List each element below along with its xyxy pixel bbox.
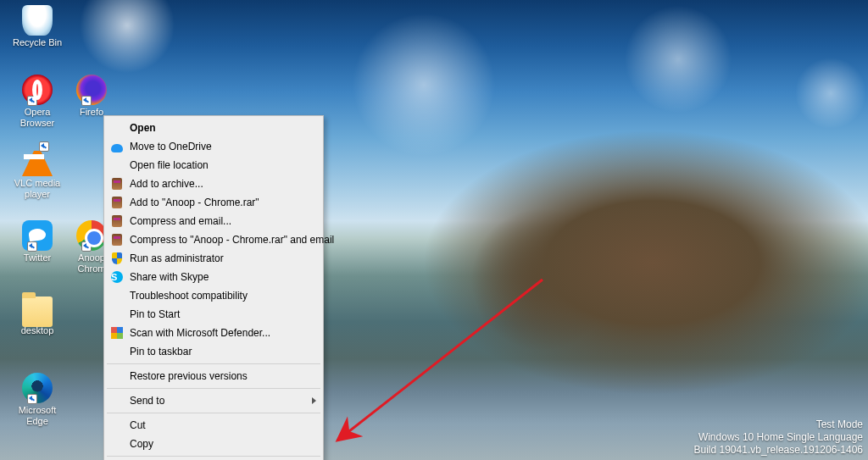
desktop-icon-desktop-folder[interactable]: desktop	[10, 293, 64, 336]
menu-item-open[interactable]: Open	[106, 119, 321, 137]
shortcut-overlay-icon	[27, 394, 37, 404]
vlc-icon	[22, 146, 53, 176]
menu-item-add-to-anoop-chrome-rar[interactable]: Add to "Anoop - Chrome.rar"	[106, 193, 321, 212]
menu-item-label: Compress to "Anoop - Chrome.rar" and ema…	[130, 234, 334, 246]
menu-item-label: Troubleshoot compatibility	[130, 290, 248, 302]
desktop-icon-firefox[interactable]: Firefo	[64, 75, 119, 118]
menu-separator	[107, 456, 320, 457]
menu-item-move-to-onedrive[interactable]: Move to OneDrive	[106, 137, 321, 156]
desktop-icon-vlc[interactable]: VLC media player	[10, 146, 64, 200]
desktop-icon-twitter[interactable]: Twitter	[10, 220, 64, 263]
recycle-bin-icon	[22, 5, 53, 36]
menu-item-add-to-archive[interactable]: Add to archive...	[106, 175, 321, 193]
skype-icon: S	[110, 270, 124, 284]
menu-item-label: Share with Skype	[130, 271, 209, 283]
rar-icon	[110, 233, 124, 247]
menu-item-pin-to-taskbar[interactable]: Pin to taskbar	[106, 342, 321, 361]
menu-item-compress-to-anoop-chrome-rar-and-email[interactable]: Compress to "Anoop - Chrome.rar" and ema…	[106, 230, 321, 249]
rar-icon	[110, 196, 124, 209]
defender-icon	[110, 326, 124, 340]
desktop-icon-label: Twitter	[10, 252, 64, 263]
context-menu: OpenMove to OneDriveOpen file locationAd…	[103, 115, 324, 460]
menu-item-copy[interactable]: Copy	[106, 435, 321, 453]
desktop-icon-edge[interactable]: Microsoft Edge	[10, 373, 64, 427]
shortcut-overlay-icon	[81, 96, 92, 106]
menu-item-label: Cut	[130, 419, 146, 431]
menu-item-label: Open	[130, 122, 156, 134]
menu-item-label: Copy	[130, 438, 153, 450]
menu-item-send-to[interactable]: Send to	[106, 391, 321, 410]
menu-item-label: Pin to taskbar	[130, 346, 192, 357]
menu-item-label: Scan with Microsoft Defender...	[130, 327, 270, 339]
menu-separator	[107, 363, 320, 364]
menu-separator	[107, 388, 320, 389]
menu-item-run-as-administrator[interactable]: Run as administrator	[106, 249, 321, 268]
desktop-folder-icon	[22, 297, 53, 327]
menu-item-cut[interactable]: Cut	[106, 416, 321, 435]
opera-icon	[22, 75, 53, 105]
anoop-chrome-icon	[76, 220, 107, 251]
watermark-line2: Windows 10 Home Single Language	[694, 431, 864, 444]
menu-item-label: Add to archive...	[130, 178, 203, 190]
shortcut-overlay-icon	[27, 241, 37, 252]
menu-item-label: Open file location	[130, 159, 209, 171]
menu-item-scan-with-microsoft-defender[interactable]: Scan with Microsoft Defender...	[106, 324, 321, 342]
shortcut-overlay-icon	[81, 241, 92, 252]
watermark-line3: Build 19041.vb_release.191206-1406	[694, 444, 864, 457]
menu-separator	[107, 413, 320, 413]
desktop-icon-label: Opera Browser	[10, 107, 64, 129]
menu-item-pin-to-start[interactable]: Pin to Start	[106, 305, 321, 324]
shortcut-overlay-icon	[39, 141, 49, 152]
menu-item-label: Run as administrator	[130, 252, 224, 264]
menu-item-troubleshoot-compatibility[interactable]: Troubleshoot compatibility	[106, 286, 321, 305]
watermark-line1: Test Mode	[694, 418, 864, 431]
windows-watermark: Test Mode Windows 10 Home Single Languag…	[694, 418, 864, 457]
chevron-right-icon	[312, 397, 316, 404]
menu-item-label: Compress and email...	[130, 215, 231, 227]
menu-item-label: Add to "Anoop - Chrome.rar"	[130, 197, 259, 208]
menu-item-label: Restore previous versions	[130, 370, 248, 382]
desktop-icon-opera[interactable]: Opera Browser	[10, 75, 64, 129]
menu-item-label: Pin to Start	[130, 308, 180, 320]
shield-icon	[110, 252, 124, 265]
menu-item-compress-and-email[interactable]: Compress and email...	[106, 212, 321, 230]
menu-item-label: Send to	[130, 395, 164, 407]
rar-icon	[110, 177, 124, 191]
menu-item-restore-previous-versions[interactable]: Restore previous versions	[106, 367, 321, 385]
menu-item-label: Move to OneDrive	[130, 141, 212, 152]
firefox-icon	[76, 75, 107, 105]
rar-icon	[110, 214, 124, 228]
menu-item-open-file-location[interactable]: Open file location	[106, 156, 321, 175]
shortcut-overlay-icon	[27, 96, 37, 106]
desktop-icon-label: Microsoft Edge	[10, 405, 64, 427]
desktop-icon-label: Recycle Bin	[10, 37, 64, 48]
desktop-icon-recycle-bin[interactable]: Recycle Bin	[10, 5, 64, 48]
twitter-icon	[22, 220, 53, 251]
desktop-icon-label: VLC media player	[10, 178, 64, 200]
edge-icon	[22, 373, 53, 403]
menu-item-share-with-skype[interactable]: SShare with Skype	[106, 268, 321, 286]
onedrive-icon	[110, 140, 124, 153]
